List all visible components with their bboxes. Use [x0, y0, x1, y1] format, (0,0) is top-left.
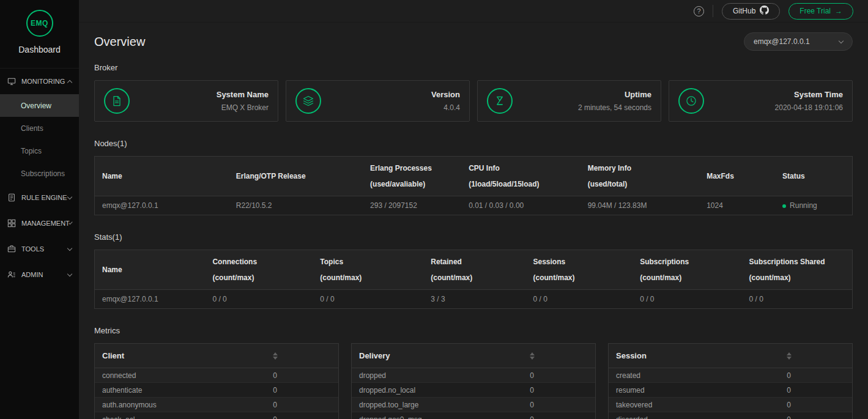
- arrow-right-icon: →: [835, 7, 842, 15]
- main-area: ? GitHub Free Trial → Overview emqx@127.…: [79, 0, 868, 419]
- sidebar-section-rule-engine[interactable]: RULE ENGINE: [0, 185, 79, 210]
- metrics-table-header: Delivery: [352, 344, 595, 368]
- card-value: 2020-04-18 19:01:06: [775, 103, 843, 112]
- card-title: System Time: [775, 90, 843, 99]
- emq-logo: EMQ: [26, 10, 53, 37]
- metrics-heading: Metrics: [94, 326, 853, 335]
- broker-card-uptime: Uptime 2 minutes, 54 seconds: [477, 80, 661, 122]
- metric-row: dropped0: [352, 368, 595, 383]
- github-button-label: GitHub: [733, 7, 755, 15]
- node-select[interactable]: emqx@127.0.0.1: [744, 32, 853, 51]
- broker-card-system-name: System Name EMQ X Broker: [94, 80, 278, 122]
- nodes-header-row: Name Erlang/OTP Release Erlang Processes…: [95, 157, 853, 196]
- chevron-up-icon: [67, 80, 72, 85]
- sidebar-section-tools[interactable]: TOOLS: [0, 236, 79, 262]
- nodes-col-otp: Erlang/OTP Release: [229, 157, 363, 196]
- stats-col-subscriptions: Subscriptions(count/max): [632, 250, 741, 290]
- stats-col-name: Name: [95, 250, 206, 290]
- sidebar-section-label: TOOLS: [21, 245, 44, 253]
- topbar-divider: [713, 5, 713, 17]
- stats-retained: 3 / 3: [423, 290, 525, 309]
- metrics-table-header: Client: [95, 344, 338, 368]
- metric-row: authenticate0: [95, 383, 338, 398]
- chevron-down-icon: [67, 194, 72, 199]
- metric-row: connected0: [95, 368, 338, 383]
- chevron-down-icon: [67, 271, 72, 276]
- sort-icon: [530, 352, 535, 360]
- sort-control[interactable]: [725, 352, 852, 360]
- management-icon: [7, 219, 16, 228]
- stats-col-retained: Retained(count/max): [423, 250, 525, 290]
- sidebar-item-label: Topics: [21, 147, 42, 155]
- stats-subscriptions: 0 / 0: [632, 290, 741, 309]
- nodes-table: Name Erlang/OTP Release Erlang Processes…: [94, 156, 853, 215]
- github-button[interactable]: GitHub: [722, 3, 780, 20]
- status-dot-icon: [782, 204, 786, 208]
- sidebar-section-monitoring[interactable]: MONITORING: [0, 69, 79, 94]
- help-icon[interactable]: ?: [694, 6, 704, 17]
- sidebar-item-subscriptions[interactable]: Subscriptions: [0, 162, 79, 185]
- stats-heading: Stats(1): [94, 232, 853, 242]
- nodes-col-maxfds: MaxFds: [699, 157, 775, 196]
- card-title: Version: [431, 90, 460, 99]
- page-header: Overview emqx@127.0.0.1: [94, 32, 853, 51]
- layers-icon: [295, 88, 321, 114]
- node-cpu: 0.01 / 0.03 / 0.00: [461, 196, 581, 215]
- emq-logo-text: EMQ: [31, 19, 48, 28]
- metrics-table-client: Client connected0 authenticate0 auth.ano…: [94, 343, 339, 419]
- sort-control[interactable]: [212, 352, 338, 360]
- metric-row: takeovered0: [609, 398, 852, 412]
- stats-connections: 0 / 0: [205, 290, 313, 309]
- metrics-table-title: Delivery: [352, 351, 469, 360]
- sidebar-section-admin[interactable]: ADMIN: [0, 262, 79, 287]
- metrics-table-delivery: Delivery dropped0 dropped.no_local0 drop…: [351, 343, 596, 419]
- metric-row: dropped.qos0_msg0: [352, 412, 595, 419]
- sort-icon: [787, 352, 792, 360]
- broker-cards: System Name EMQ X Broker Version 4.0.4: [94, 80, 853, 122]
- document-icon: [104, 88, 130, 114]
- nodes-col-processes: Erlang Processes(used/avaliable): [363, 157, 461, 196]
- node-processes: 293 / 2097152: [363, 196, 461, 215]
- node-name: emqx@127.0.0.1: [95, 196, 229, 215]
- sidebar-section-label: MONITORING: [21, 78, 65, 85]
- node-memory: 99.04M / 123.83M: [581, 196, 700, 215]
- stats-topics: 0 / 0: [313, 290, 423, 309]
- nodes-col-status: Status: [775, 157, 852, 196]
- sidebar-section-label: RULE ENGINE: [21, 194, 67, 201]
- page-content: Overview emqx@127.0.0.1 Broker System Na…: [79, 23, 868, 419]
- sort-icon: [273, 352, 278, 360]
- chevron-down-icon: [839, 38, 844, 43]
- sidebar-section-management[interactable]: MANAGEMENT: [0, 210, 79, 236]
- stats-name: emqx@127.0.0.1: [95, 290, 206, 309]
- free-trial-button[interactable]: Free Trial →: [788, 3, 853, 20]
- card-value: 2 minutes, 54 seconds: [578, 103, 651, 112]
- tools-icon: [7, 245, 16, 253]
- metrics-tables: Client connected0 authenticate0 auth.ano…: [94, 343, 853, 419]
- metric-row: check_acl0: [95, 412, 338, 419]
- sidebar-item-overview[interactable]: Overview: [0, 94, 79, 117]
- node-otp: R22/10.5.2: [229, 196, 363, 215]
- metrics-table-header: Session: [609, 344, 852, 368]
- metric-row: resumed0: [609, 383, 852, 398]
- admin-icon: [7, 270, 16, 279]
- metric-row: dropped.too_large0: [352, 398, 595, 412]
- app-title: Dashboard: [0, 45, 79, 54]
- stats-sessions: 0 / 0: [525, 290, 632, 309]
- rule-engine-icon: [7, 193, 16, 202]
- metric-row: auth.anonymous0: [95, 398, 338, 412]
- sidebar-item-topics[interactable]: Topics: [0, 139, 79, 162]
- stats-col-sessions: Sessions(count/max): [525, 250, 632, 290]
- metrics-table-title: Session: [609, 351, 725, 360]
- card-title: System Name: [217, 90, 269, 99]
- sort-control[interactable]: [469, 352, 595, 360]
- sidebar-item-clients[interactable]: Clients: [0, 117, 79, 139]
- sidebar-item-label: Subscriptions: [21, 169, 65, 178]
- brand-area: EMQ Dashboard: [0, 0, 79, 54]
- nodes-row: emqx@127.0.0.1 R22/10.5.2 293 / 2097152 …: [95, 196, 853, 215]
- node-maxfds: 1024: [699, 196, 775, 215]
- stats-row: emqx@127.0.0.1 0 / 0 0 / 0 3 / 3 0 / 0 0…: [95, 290, 853, 309]
- sidebar-section-label: ADMIN: [21, 271, 43, 278]
- metrics-table-session: Session created0 resumed0 takeovered0 di…: [608, 343, 853, 419]
- nodes-col-memory: Memory Info(used/total): [581, 157, 700, 196]
- card-title: Uptime: [578, 90, 651, 99]
